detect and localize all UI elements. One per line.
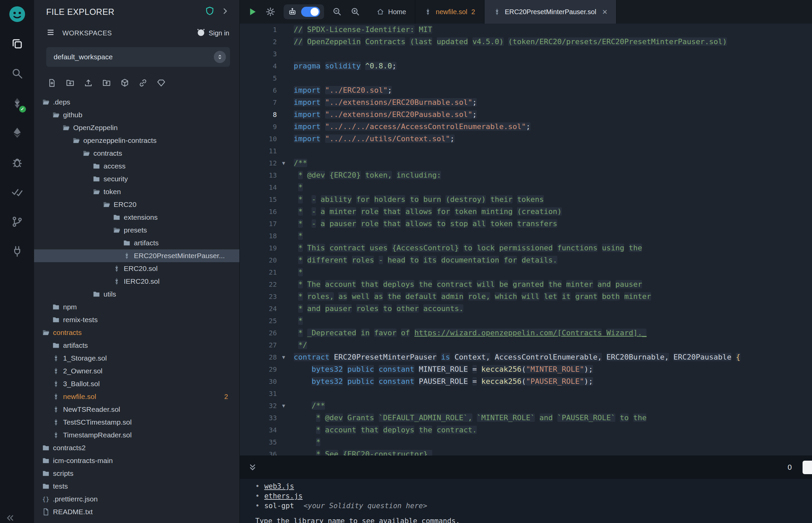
code-line[interactable]: 20 * different roles - head to its docum… — [240, 254, 812, 266]
tree-item[interactable]: TimestampReader.sol — [34, 429, 240, 441]
debugger-icon[interactable] — [8, 154, 27, 173]
code-line[interactable]: 10import "../../../utils/Context.sol"; — [240, 133, 812, 145]
code-line[interactable]: 11 — [240, 145, 812, 157]
terminal-expand-icon[interactable] — [248, 463, 257, 472]
code-line[interactable]: 5 — [240, 72, 812, 84]
code-line[interactable]: 23 * roles, as well as the default admin… — [240, 290, 812, 303]
code-line[interactable]: 14 * — [240, 181, 812, 194]
code-line[interactable]: 13 * @dev {ERC20} token, including: — [240, 169, 812, 181]
tree-item[interactable]: utils — [34, 288, 240, 301]
tree-item[interactable]: scripts — [34, 467, 240, 480]
code-line[interactable]: 2// OpenZeppelin Contracts (last updated… — [240, 36, 812, 48]
deploy-and-run-icon[interactable] — [8, 124, 27, 143]
terminal-link[interactable]: ethers.js — [264, 491, 303, 501]
tree-item[interactable]: 2_Owner.sol — [34, 365, 240, 377]
tree-item[interactable]: contracts2 — [34, 441, 240, 454]
fold-chevron-icon[interactable]: ▾ — [277, 400, 290, 412]
tree-item[interactable]: github — [34, 109, 240, 121]
run-script-icon[interactable] — [247, 7, 257, 17]
code-line[interactable]: 9import "../../../access/AccessControlEn… — [240, 121, 812, 133]
tab-newfile-sol[interactable]: newfile.sol2 — [416, 0, 484, 23]
code-line[interactable]: 15 * - ability for holders to burn (dest… — [240, 194, 812, 205]
code-line[interactable]: 16 * - a minter role that allows for tok… — [240, 205, 812, 218]
workspace-select[interactable]: default_workspace — [46, 47, 230, 67]
code-line[interactable]: 34 * account that deploys the contract. — [240, 424, 812, 436]
tree-item[interactable]: OpenZeppelin — [34, 121, 240, 134]
link-icon[interactable] — [139, 78, 147, 87]
code-line[interactable]: 8import "../extensions/ERC20Pausable.sol… — [240, 109, 812, 121]
code-line[interactable]: 21 * — [240, 266, 812, 278]
code-line[interactable]: 19 * This contract uses {AccessControl} … — [240, 242, 812, 254]
tree-item[interactable]: ERC20PresetMinterPauser... — [34, 249, 240, 262]
tree-item[interactable]: openzeppelin-contracts — [34, 134, 240, 147]
fold-chevron-icon[interactable]: ▾ — [277, 351, 290, 363]
tree-item[interactable]: access — [34, 160, 240, 173]
code-line[interactable]: 6import "../ERC20.sol"; — [240, 84, 812, 96]
script-config-gear-icon[interactable] — [265, 7, 276, 17]
tree-item[interactable]: TestSCTimestamp.sol — [34, 416, 240, 429]
tree-item[interactable]: artifacts — [34, 339, 240, 352]
code-line[interactable]: 3 — [240, 48, 812, 60]
tree-item[interactable]: ERC20 — [34, 198, 240, 211]
zoom-out-icon[interactable] — [332, 7, 342, 17]
panel-collapse-icon[interactable] — [220, 7, 229, 17]
code-line[interactable]: 17 * - a pauser role that allows to stop… — [240, 218, 812, 230]
code-line[interactable]: 7import "../extensions/ERC20Burnable.sol… — [240, 96, 812, 109]
close-tab-icon[interactable]: × — [602, 7, 607, 16]
zoom-in-icon[interactable] — [350, 7, 360, 17]
upload-file-icon[interactable] — [84, 78, 93, 87]
search-icon[interactable] — [8, 65, 27, 84]
tree-item[interactable]: ERC20.sol — [34, 262, 240, 275]
code-line[interactable]: 30 bytes32 public constant PAUSER_ROLE =… — [240, 375, 812, 387]
tab-home[interactable]: Home — [368, 0, 416, 23]
tree-item[interactable]: contracts — [34, 147, 240, 160]
tree-item[interactable]: token — [34, 185, 240, 198]
tree-item[interactable]: IERC20.sol — [34, 275, 240, 288]
fold-chevron-icon[interactable]: ▾ — [277, 157, 290, 169]
tree-item[interactable]: tests — [34, 480, 240, 493]
code-line[interactable]: 35 * — [240, 436, 812, 448]
workspaces-menu-icon[interactable] — [46, 28, 55, 38]
tree-item[interactable]: security — [34, 173, 240, 185]
create-folder-icon[interactable] — [66, 78, 74, 87]
sign-in-button[interactable]: Sign in — [209, 29, 229, 37]
code-line[interactable]: 25 * — [240, 315, 812, 327]
upload-folder-icon[interactable] — [102, 78, 111, 87]
code-line[interactable]: 32▾ /** — [240, 400, 812, 412]
code-line[interactable]: 18 * — [240, 230, 812, 242]
solidity-compiler-icon[interactable]: ✓ — [8, 94, 27, 113]
tree-item[interactable]: extensions — [34, 211, 240, 224]
tree-item[interactable]: icm-contracts-main — [34, 454, 240, 467]
gist-icon[interactable] — [157, 78, 165, 87]
code-line[interactable]: 24 * and pauser roles to other accounts. — [240, 303, 812, 315]
create-file-icon[interactable] — [48, 78, 56, 87]
code-line[interactable]: 1// SPDX-License-Identifier: MIT — [240, 23, 812, 36]
tree-item[interactable]: presets — [34, 224, 240, 237]
ipfs-icon[interactable] — [120, 78, 129, 87]
code-line[interactable]: 29 bytes32 public constant MINTER_ROLE =… — [240, 363, 812, 375]
tree-item[interactable]: contracts — [34, 326, 240, 339]
code-line[interactable]: 4pragma solidity ^0.8.0; — [240, 60, 812, 72]
copilot-toggle[interactable] — [301, 7, 320, 17]
code-line[interactable]: 26 * _Deprecated in favor of https://wiz… — [240, 327, 812, 339]
collapse-chevrons-icon[interactable] — [5, 513, 16, 523]
git-icon[interactable] — [8, 213, 27, 232]
code-line[interactable]: 36 * See {ERC20-constructor}. — [240, 448, 812, 456]
tree-item[interactable]: README.txt — [34, 505, 240, 518]
tree-item[interactable]: newfile.sol2 — [34, 390, 240, 403]
code-line[interactable]: 31 — [240, 387, 812, 400]
tree-item[interactable]: NewTSReader.sol — [34, 403, 240, 416]
tree-item[interactable]: 3_Ballot.sol — [34, 377, 240, 390]
file-explorer-icon[interactable] — [8, 35, 27, 54]
terminal-panel[interactable]: •web3.js•ethers.js•sol-gpt<your Solidity… — [240, 479, 812, 523]
tree-item[interactable]: npm — [34, 301, 240, 313]
tab-erc20presetminterpauser-sol[interactable]: ERC20PresetMinterPauser.sol× — [484, 0, 617, 23]
remix-logo[interactable] — [8, 5, 27, 25]
terminal-link[interactable]: web3.js — [264, 482, 294, 491]
code-editor[interactable]: 1// SPDX-License-Identifier: MIT2// Open… — [240, 23, 812, 456]
code-line[interactable]: 22 * The account that deploys the contra… — [240, 278, 812, 290]
code-line[interactable]: 27 */ — [240, 339, 812, 351]
code-line[interactable]: 33 * @dev Grants `DEFAULT_ADMIN_ROLE`, `… — [240, 412, 812, 424]
tree-item[interactable]: {}.prettierrc.json — [34, 493, 240, 505]
workspace-dropdown-icon[interactable] — [214, 51, 226, 63]
